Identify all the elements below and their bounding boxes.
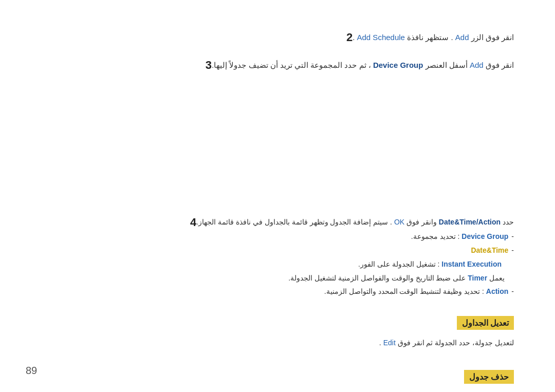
step4-ok-link: OK: [394, 218, 404, 226]
step-3-text: انقر فوق Add أسفل العنصر Device Group ، …: [212, 59, 514, 72]
delete-heading: حذف جدول: [464, 370, 514, 384]
step4-text-part2: وانقر فوق: [406, 218, 437, 226]
edit-link: Edit: [383, 339, 396, 347]
step2-text-after: .: [353, 33, 355, 42]
step3-add-link: Add: [470, 61, 484, 69]
bullet-instant-execution: Instant Execution : تشغيل الجدولة على ال…: [196, 258, 514, 271]
bullet-datetime-label: Date&Time: [471, 246, 508, 254]
step3-device-group-link: Device Group: [373, 61, 423, 69]
bullet-device-group-label: Device Group: [461, 232, 508, 240]
content-area: انقر فوق الزر Add . ستظهر نافذة Add Sche…: [41, 31, 514, 392]
bullet-timer: يعمل Timer على ضبط التاريخ والوقت والفوا…: [196, 272, 514, 285]
step3-text-before: انقر فوق: [486, 61, 514, 69]
step-2-text: انقر فوق الزر Add . ستظهر نافذة Add Sche…: [353, 31, 514, 44]
step4-text-part1: حدد: [503, 218, 514, 226]
step3-text-middle2: أسفل العنصر: [425, 61, 468, 69]
step-2-row: انقر فوق الزر Add . ستظهر نافذة Add Sche…: [41, 31, 514, 44]
step-4-content: حدد Date&Time/Action وانقر فوق OK . سيتم…: [196, 216, 514, 300]
step-2-number: 2: [335, 31, 353, 44]
step-3-row: انقر فوق Add أسفل العنصر Device Group ، …: [41, 59, 514, 72]
step2-add-link: Add: [455, 33, 469, 42]
step-4-block: حدد Date&Time/Action وانقر فوق OK . سيتم…: [41, 216, 514, 392]
step4-text-part3: . سيتم إضافة الجدول وتظهر قائمة بالجداول…: [196, 218, 392, 226]
page-number: 89: [26, 365, 37, 377]
delete-heading-wrapper: حذف جدول: [41, 359, 514, 387]
bullet-instant-label: Instant Execution: [441, 260, 502, 268]
step-4-number: 4: [178, 216, 196, 229]
step4-bullets: - Device Group : تحديد مجموعة. - Date&Ti…: [196, 231, 514, 298]
edit-description: لتعديل جدولة، حدد الجدولة ثم انقر فوق Ed…: [41, 337, 514, 349]
edit-heading-wrapper: تعديل الجداول: [41, 305, 514, 333]
bullet-datetime: - Date&Time: [196, 245, 514, 257]
step2-add-schedule-link: Add Schedule: [357, 33, 405, 42]
step4-datetime-action-link: Date&Time/Action: [439, 218, 501, 226]
step-3-number: 3: [194, 59, 212, 72]
edit-desc-before: لتعديل جدولة، حدد الجدولة ثم انقر فوق: [398, 339, 514, 347]
bullet-timer-label: Timer: [468, 274, 487, 282]
edit-desc-after: .: [379, 339, 381, 347]
step2-text-before: انقر فوق الزر: [471, 33, 514, 42]
step-4-row: حدد Date&Time/Action وانقر فوق OK . سيتم…: [41, 216, 514, 300]
bullet-device-group: - Device Group : تحديد مجموعة.: [196, 231, 514, 243]
bullet-action-label: Action: [486, 287, 509, 295]
step2-text-middle: . ستظهر نافذة: [407, 33, 453, 42]
step3-text-after: ، ثم حدد المجموعة التي تريد أن تضيف جدول…: [212, 61, 371, 69]
bullet-action: - Action : تحديد وظيفة لتنشيط الوقت المح…: [196, 286, 514, 298]
edit-heading: تعديل الجداول: [457, 316, 514, 330]
